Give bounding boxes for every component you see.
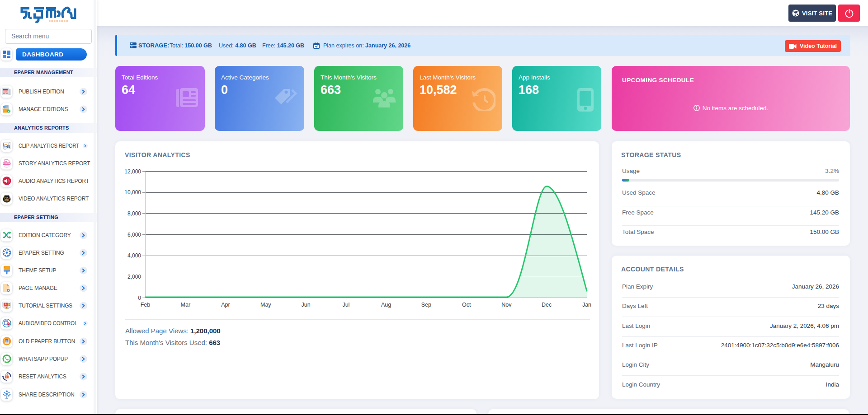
svg-text:2,000: 2,000: [127, 274, 141, 280]
svg-text:Apr: Apr: [221, 302, 230, 308]
svg-text:10,000: 10,000: [124, 189, 141, 196]
svg-text:Dec: Dec: [542, 302, 552, 308]
svg-text:6,000: 6,000: [127, 232, 141, 238]
svg-text:8,000: 8,000: [127, 210, 141, 217]
svg-text:4K: 4K: [5, 196, 8, 199]
svg-text:STORY: STORY: [4, 163, 9, 164]
svg-text:Jan: Jan: [582, 302, 591, 308]
svg-text:Jun: Jun: [302, 302, 311, 308]
svg-text:VIDEO: VIDEO: [4, 200, 9, 202]
svg-text:Mar: Mar: [181, 302, 191, 308]
svg-text:Oct: Oct: [462, 302, 471, 308]
svg-text:Nov: Nov: [501, 302, 512, 308]
svg-text:0: 0: [138, 295, 141, 301]
svg-text:Sep: Sep: [421, 302, 431, 308]
svg-text:May: May: [260, 302, 271, 308]
svg-text:Jul: Jul: [342, 302, 349, 308]
svg-text:12,000: 12,000: [124, 168, 141, 175]
svg-text:Feb: Feb: [141, 302, 151, 308]
svg-text:4,000: 4,000: [127, 252, 141, 259]
svg-text:NEWS: NEWS: [3, 91, 8, 93]
svg-text:Aug: Aug: [381, 302, 391, 308]
